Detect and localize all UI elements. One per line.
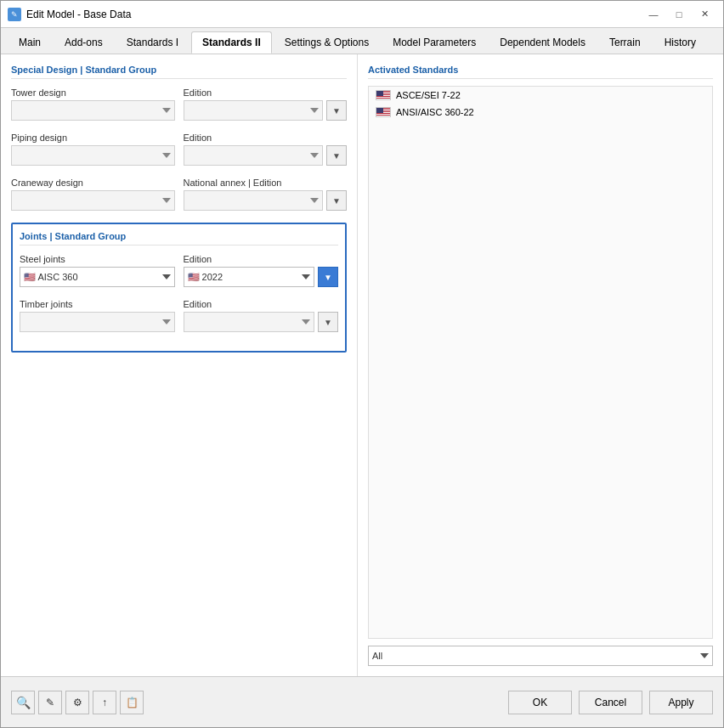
tower-design-label: Tower design: [11, 87, 175, 98]
craneway-design-col: Craneway design: [11, 178, 175, 211]
special-design-section: Special Design | Standard Group Tower de…: [11, 65, 347, 211]
joints-header: Joints | Standard Group: [20, 231, 338, 245]
activated-item-0: ASCE/SEI 7-22: [369, 87, 712, 104]
tower-filter-button[interactable]: ▼: [326, 100, 347, 121]
apply-button[interactable]: Apply: [649, 691, 713, 714]
special-design-header: Special Design | Standard Group: [11, 65, 347, 79]
window-title: Edit Model - Base Data: [26, 8, 642, 20]
activated-standards-list: ASCE/SEI 7-22 ANSI/AISC 360-22: [368, 86, 713, 639]
piping-design-select[interactable]: [11, 145, 175, 166]
close-button[interactable]: ✕: [693, 6, 716, 23]
tower-edition-label: Edition: [184, 87, 348, 98]
flag-icon-0: [376, 90, 391, 100]
tabs-bar: Main Add-ons Standards I Standards II Se…: [1, 28, 723, 54]
export-tool-button[interactable]: ↑: [93, 691, 116, 714]
craneway-design-select[interactable]: [11, 190, 175, 211]
timber-joints-label: Timber joints: [20, 299, 175, 309]
piping-design-col: Piping design: [11, 133, 175, 166]
steel-joints-select[interactable]: 🇺🇸 AISC 360: [20, 267, 175, 287]
bottom-actions: OK Cancel Apply: [508, 691, 713, 714]
main-body: Special Design | Standard Group Tower de…: [1, 54, 723, 676]
timber-joints-filter-button[interactable]: ▼: [318, 312, 338, 332]
steel-joints-edition-select[interactable]: 🇺🇸 2022: [184, 267, 315, 287]
left-panel: Special Design | Standard Group Tower de…: [1, 54, 358, 676]
window-controls: — □ ✕: [642, 6, 716, 23]
copy-tool-button[interactable]: 📋: [120, 691, 144, 714]
filter-select[interactable]: All: [368, 646, 713, 666]
tab-main[interactable]: Main: [8, 31, 52, 54]
minimize-button[interactable]: —: [642, 6, 665, 23]
steel-joints-label: Steel joints: [20, 254, 175, 264]
craneway-design-row: Craneway design National annex | Edition: [11, 178, 347, 211]
right-panel: Activated Standards ASCE/SEI 7-22 ANSI/A…: [358, 54, 723, 676]
craneway-design-group: Craneway design National annex | Edition: [11, 178, 347, 211]
tab-model-params[interactable]: Model Parameters: [382, 31, 487, 54]
title-bar: ✎ Edit Model - Base Data — □ ✕: [1, 1, 723, 28]
cancel-button[interactable]: Cancel: [579, 691, 642, 714]
tab-dependent[interactable]: Dependent Models: [489, 31, 597, 54]
timber-joints-edition-label: Edition: [184, 299, 339, 309]
piping-filter-button[interactable]: ▼: [326, 145, 347, 166]
piping-design-row: Piping design Edition: [11, 133, 347, 166]
timber-joints-group: Timber joints Edition: [20, 299, 338, 332]
joints-section: Joints | Standard Group Steel joints 🇺🇸 …: [11, 223, 347, 353]
steel-joints-group: Steel joints 🇺🇸 AISC 360 Edition 🇺🇸 2022: [20, 254, 338, 287]
toolbar-tools: 🔍 ✎ ⚙ ↑ 📋: [11, 691, 508, 714]
tower-design-row: Tower design Edition: [11, 87, 347, 121]
craneway-edition-col: National annex | Edition ▼: [184, 178, 348, 211]
tab-standards2[interactable]: Standards II: [191, 31, 272, 54]
tower-edition-col: Edition ▼: [184, 87, 348, 121]
activated-standards-header: Activated Standards: [368, 65, 713, 79]
app-icon: ✎: [8, 8, 21, 21]
tab-terrain[interactable]: Terrain: [598, 31, 652, 54]
tab-settings[interactable]: Settings & Options: [274, 31, 380, 54]
timber-joints-row: Timber joints Edition: [20, 299, 338, 332]
piping-design-label: Piping design: [11, 133, 175, 143]
piping-design-group: Piping design Edition: [11, 133, 347, 166]
tower-design-col: Tower design: [11, 87, 175, 121]
activated-item-label-1: ANSI/AISC 360-22: [396, 107, 474, 117]
main-window: ✎ Edit Model - Base Data — □ ✕ Main Add-…: [0, 0, 724, 728]
tab-standards1[interactable]: Standards I: [116, 31, 189, 54]
piping-edition-select[interactable]: [184, 145, 324, 166]
search-tool-button[interactable]: 🔍: [11, 691, 35, 714]
steel-joints-filter-button[interactable]: ▼: [318, 267, 338, 287]
craneway-design-label: Craneway design: [11, 178, 175, 188]
craneway-edition-select[interactable]: [184, 190, 324, 211]
tower-edition-select[interactable]: [184, 100, 324, 121]
settings-tool-button[interactable]: ⚙: [65, 691, 89, 714]
bottom-bar: 🔍 ✎ ⚙ ↑ 📋 OK Cancel Apply: [1, 676, 723, 727]
filter-row: All: [368, 646, 713, 666]
edit-tool-button[interactable]: ✎: [38, 691, 62, 714]
activated-item-label-0: ASCE/SEI 7-22: [396, 90, 461, 100]
maximize-button[interactable]: □: [667, 6, 691, 23]
piping-edition-col: Edition ▼: [184, 133, 348, 166]
steel-joints-col: Steel joints 🇺🇸 AISC 360: [20, 254, 175, 287]
content-area: Special Design | Standard Group Tower de…: [1, 54, 723, 676]
craneway-filter-button[interactable]: ▼: [326, 190, 347, 211]
timber-joints-select[interactable]: [20, 312, 175, 332]
steel-joints-edition-label: Edition: [184, 254, 339, 264]
steel-joints-edition-col: Edition 🇺🇸 2022 ▼: [184, 254, 339, 287]
piping-edition-label: Edition: [184, 133, 348, 143]
ok-button[interactable]: OK: [508, 691, 572, 714]
timber-joints-edition-select[interactable]: [184, 312, 315, 332]
tower-design-select[interactable]: [11, 100, 175, 121]
flag-icon-1: [376, 107, 391, 117]
timber-joints-edition-col: Edition ▼: [184, 299, 339, 332]
activated-item-1: ANSI/AISC 360-22: [369, 104, 712, 121]
tower-design-group: Tower design Edition: [11, 87, 347, 121]
steel-joints-row: Steel joints 🇺🇸 AISC 360 Edition 🇺🇸 2022: [20, 254, 338, 287]
craneway-national-annex-label: National annex | Edition: [184, 178, 348, 188]
tab-addons[interactable]: Add-ons: [54, 31, 114, 54]
tab-history[interactable]: History: [653, 31, 707, 54]
timber-joints-col: Timber joints: [20, 299, 175, 332]
